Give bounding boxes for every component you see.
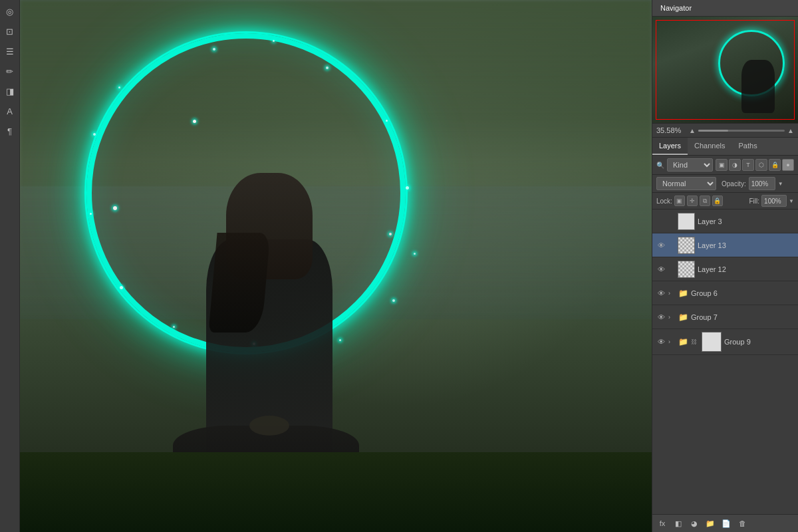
thumb-layer13 [678, 237, 695, 254]
navigator-preview[interactable] [652, 17, 798, 123]
layer-item-group9[interactable]: 👁 › 📁 ⛓ Group 9 [652, 329, 798, 355]
mask-button[interactable]: ◧ [672, 517, 684, 529]
folder-icon-group7: 📁 [678, 312, 688, 323]
lock-position-button[interactable]: ✛ [687, 196, 698, 206]
filter-row: 🔍 Kind ▣ ◑ T ⬡ 🔒 ● [652, 156, 798, 175]
navigator-icon[interactable]: ◎ [3, 4, 17, 19]
expand-group9[interactable]: › [668, 338, 675, 345]
thumb-layer3 [678, 213, 695, 230]
delete-layer-button[interactable]: 🗑 [736, 517, 748, 529]
folder-icon-group6: 📁 [678, 288, 688, 299]
visibility-layer12[interactable]: 👁 [656, 265, 666, 274]
navigator-header: Navigator [652, 0, 798, 17]
new-layer-button[interactable]: 📄 [720, 517, 732, 529]
layer-item-layer12[interactable]: 👁 Layer 12 [652, 257, 798, 281]
filter-smart-button[interactable]: 🔒 [769, 159, 781, 171]
canvas-area [20, 0, 652, 532]
layer-name-group7: Group 7 [691, 313, 794, 321]
visibility-group6[interactable]: 👁 [656, 289, 666, 298]
layer-name-layer13: Layer 13 [698, 241, 794, 249]
scene-bg [20, 0, 652, 532]
tab-paths[interactable]: Paths [732, 138, 764, 155]
right-panel: Navigator 35.58% ▲ ▲ [652, 0, 798, 532]
person-figure [153, 160, 386, 492]
thumb-group9 [702, 332, 722, 352]
zoom-slider[interactable] [698, 130, 785, 132]
layer-name-group9: Group 9 [724, 338, 794, 346]
layer-item-group6[interactable]: 👁 › 📁 Group 6 [652, 281, 798, 305]
zoom-bar: 35.58% ▲ ▲ [652, 124, 798, 138]
layer-item-group7[interactable]: 👁 › 📁 Group 7 [652, 305, 798, 329]
filter-dropdown[interactable]: Kind [667, 158, 713, 172]
crop-icon[interactable]: ⊡ [3, 24, 17, 39]
zoom-increase-button[interactable]: ▲ [787, 127, 794, 134]
navigator-tab[interactable]: Navigator [658, 3, 694, 13]
filter-adjust-button[interactable]: ◑ [729, 159, 741, 171]
visibility-group9[interactable]: 👁 [656, 337, 666, 346]
tools-sidebar: ◎ ⊡ ☰ ✏ ◨ A ¶ [0, 0, 20, 532]
filter-shape-button[interactable]: ⬡ [755, 159, 767, 171]
folder-icon-group9: 📁 [678, 336, 688, 347]
lock-artboard-button[interactable]: ⧉ [700, 196, 710, 206]
adjustment-icon[interactable]: ☰ [3, 44, 17, 59]
filter-type-button[interactable]: T [742, 159, 754, 171]
layers-list: Layer 3 👁 Layer 13 👁 Layer 12 [652, 209, 798, 514]
search-icon: 🔍 [656, 162, 664, 169]
fill-chevron[interactable]: ▼ [789, 198, 794, 204]
visibility-layer13[interactable]: 👁 [656, 241, 666, 250]
opacity-label: Opacity: [722, 180, 746, 188]
adjustment-button[interactable]: ◕ [688, 517, 700, 529]
lock-label: Lock: [656, 198, 672, 205]
zoom-value: 35.58% [656, 126, 686, 134]
expand-group7[interactable]: › [668, 314, 675, 321]
zoom-decrease-button[interactable]: ▲ [689, 127, 696, 134]
thumb-layer12 [678, 261, 695, 278]
layer-item-layer13[interactable]: 👁 Layer 13 [652, 233, 798, 257]
blend-mode-dropdown[interactable]: Normal [656, 177, 716, 190]
gradient-icon[interactable]: ◨ [3, 84, 17, 98]
canvas-image [20, 0, 652, 532]
paragraph-icon[interactable]: ¶ [3, 124, 17, 138]
tab-channels[interactable]: Channels [688, 138, 732, 155]
layer-name-group6: Group 6 [691, 289, 794, 297]
layer-name-layer3: Layer 3 [698, 217, 794, 225]
visibility-layer3[interactable] [656, 217, 666, 226]
layer-name-layer12: Layer 12 [698, 265, 794, 273]
lock-row: Lock: ▣ ✛ ⧉ 🔒 Fill: ▼ [652, 193, 798, 209]
fill-label: Fill: [749, 198, 760, 205]
navigator-panel: Navigator [652, 0, 798, 124]
type-icon[interactable]: A [3, 104, 17, 118]
layers-tabs: Layers Channels Paths [652, 138, 798, 156]
lock-all-button[interactable]: 🔒 [712, 196, 723, 206]
filter-icons: ▣ ◑ T ⬡ 🔒 ● [716, 159, 794, 171]
fill-input[interactable] [761, 195, 787, 207]
opacity-input[interactable] [749, 177, 775, 190]
chain-icon-group9: ⛓ [691, 338, 699, 345]
layer-item-layer3[interactable]: Layer 3 [652, 209, 798, 233]
tab-layers[interactable]: Layers [652, 138, 688, 155]
layers-bottom-toolbar: fx ◧ ◕ 📁 📄 🗑 [652, 514, 798, 532]
filter-toggle-button[interactable]: ● [782, 159, 794, 171]
brush-icon[interactable]: ✏ [3, 64, 17, 78]
blend-mode-row: Normal Opacity: ▼ [652, 175, 798, 193]
lock-pixels-button[interactable]: ▣ [674, 196, 685, 206]
new-group-button[interactable]: 📁 [704, 517, 716, 529]
expand-group6[interactable]: › [668, 290, 675, 297]
opacity-chevron[interactable]: ▼ [778, 181, 783, 187]
layers-panel: Layers Channels Paths 🔍 Kind ▣ ◑ T ⬡ 🔒 ● [652, 138, 798, 532]
grass [20, 452, 652, 532]
fx-button[interactable]: fx [656, 517, 668, 529]
app-container: ◎ ⊡ ☰ ✏ ◨ A ¶ [0, 0, 798, 532]
visibility-group7[interactable]: 👁 [656, 313, 666, 322]
filter-pixel-button[interactable]: ▣ [716, 159, 728, 171]
